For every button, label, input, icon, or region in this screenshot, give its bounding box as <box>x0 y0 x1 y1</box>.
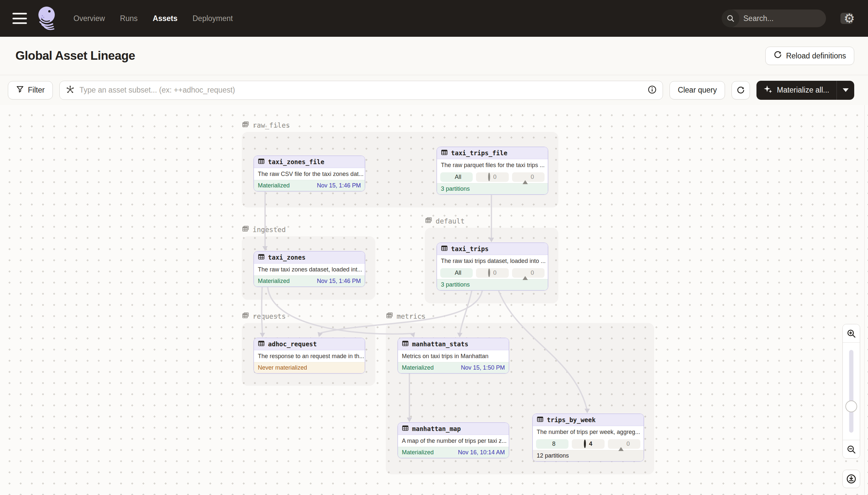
group-label-metrics[interactable]: metrics <box>386 312 426 321</box>
group-label-raw_files[interactable]: raw_files <box>242 121 290 130</box>
zoom-out-button[interactable] <box>843 440 860 458</box>
asset-node-header: taxi_trips_file <box>437 147 548 159</box>
page-header: Global Asset Lineage Reload definitions <box>0 37 868 75</box>
materialize-dropdown-button[interactable] <box>836 81 854 100</box>
badge-triangle: 0 <box>512 172 545 182</box>
asset-node-manhattan_stats[interactable]: manhattan_statsMetrics on taxi trips in … <box>397 338 509 374</box>
table-icon <box>537 416 544 424</box>
asset-node-taxi_zones_file[interactable]: taxi_zones_fileThe raw CSV file for the … <box>253 156 365 191</box>
asset-name: taxi_trips_file <box>451 149 508 157</box>
asset-node-taxi_zones[interactable]: taxi_zonesThe raw taxi zones dataset, lo… <box>253 251 365 287</box>
group-label-ingested[interactable]: ingested <box>242 225 286 234</box>
clear-query-button[interactable]: Clear query <box>670 81 725 100</box>
asset-name: adhoc_request <box>268 340 317 347</box>
asset-query-input-container <box>59 81 663 100</box>
asset-name: taxi_zones <box>268 254 305 261</box>
menu-icon[interactable] <box>13 13 27 24</box>
zoom-controls-panel <box>843 324 860 459</box>
badge-circle: 0 <box>476 172 509 182</box>
circle-icon <box>584 441 586 447</box>
materialization-status: MaterializedNov 15, 1:46 PM <box>254 275 365 287</box>
partition-health-badges: All00 <box>437 267 548 279</box>
group-label-default[interactable]: default <box>425 217 465 226</box>
asset-node-adhoc_request[interactable]: adhoc_requestThe response to an request … <box>253 338 365 374</box>
triangle-icon <box>618 441 624 447</box>
badge-circle: 4 <box>572 439 604 449</box>
triangle-icon <box>522 270 528 276</box>
info-icon[interactable] <box>648 85 657 96</box>
asset-name: trips_by_week <box>547 416 596 424</box>
asset-node-trips_by_week[interactable]: trips_by_weekThe number of trips per wee… <box>532 414 644 462</box>
settings-gear-icon[interactable]: ⚙ <box>844 12 855 24</box>
nav-item-runs[interactable]: Runs <box>120 14 138 23</box>
search-icon <box>722 10 739 27</box>
materialization-timestamp[interactable]: Nov 15, 1:46 PM <box>317 278 361 285</box>
table-icon <box>258 158 265 166</box>
nav-item-overview[interactable]: Overview <box>73 14 105 23</box>
asset-node-header: manhattan_stats <box>398 338 509 350</box>
asset-node-taxi_trips[interactable]: taxi_tripsThe raw taxi trips dataset, lo… <box>437 243 548 290</box>
asset-node-taxi_trips_file[interactable]: taxi_trips_fileThe raw parquet files for… <box>437 147 548 195</box>
lineage-canvas[interactable]: raw_filesingesteddefaultrequestsmetrics … <box>0 105 868 495</box>
asset-description: A map of the number of trips per taxi z.… <box>398 435 509 447</box>
badge-triangle: 0 <box>512 268 545 278</box>
badge-dot: All <box>440 172 473 182</box>
asset-node-header: taxi_trips <box>437 243 548 255</box>
filter-button[interactable]: Filter <box>8 81 53 100</box>
materialization-timestamp[interactable]: Nov 15, 1:46 PM <box>317 182 361 189</box>
nav-item-assets[interactable]: Assets <box>153 14 177 23</box>
refresh-button[interactable] <box>731 81 750 100</box>
nav-item-deployment[interactable]: Deployment <box>193 14 233 23</box>
badge-circle: 0 <box>476 268 509 278</box>
partition-health-badges: All00 <box>437 171 548 183</box>
group-table-icon <box>425 217 432 226</box>
circle-icon <box>488 174 490 181</box>
search-bar[interactable]: / <box>722 10 826 27</box>
materialize-all-button[interactable]: Materialize all... <box>757 81 836 100</box>
lineage-toolbar: Filter Clear <box>0 75 868 105</box>
reload-icon <box>774 51 782 61</box>
chevron-down-icon <box>843 88 849 92</box>
table-icon <box>258 340 265 348</box>
asset-node-header: taxi_zones_file <box>254 156 365 168</box>
asset-description: The raw parquet files for the taxi trips… <box>437 159 548 171</box>
download-image-button[interactable] <box>843 470 860 488</box>
partition-health-badges: 840 <box>533 438 644 450</box>
asset-description: Metrics on taxi trips in Manhattan <box>398 350 509 362</box>
partitions-footer: 3 partitions <box>437 183 548 194</box>
group-table-icon <box>242 121 249 130</box>
asset-node-header: adhoc_request <box>254 338 365 350</box>
asset-description: The raw taxi zones dataset, loaded int..… <box>254 263 365 275</box>
asset-description: The number of trips per week, aggreg... <box>533 426 644 438</box>
materialization-timestamp[interactable]: Nov 16, 10:14 AM <box>458 449 505 456</box>
asset-description: The response to an request made in th... <box>254 350 365 362</box>
group-table-icon <box>242 312 249 321</box>
zoom-slider[interactable] <box>843 343 860 440</box>
asset-node-manhattan_map[interactable]: manhattan_mapA map of the number of trip… <box>397 423 509 458</box>
dagster-logo <box>37 5 58 31</box>
badge-triangle: 0 <box>608 439 640 449</box>
asset-name: taxi_zones_file <box>268 158 324 166</box>
asset-name: manhattan_stats <box>412 340 468 347</box>
materialization-status: MaterializedNov 15, 1:46 PM <box>254 180 365 191</box>
materialization-status: MaterializedNov 16, 10:14 AM <box>398 447 509 458</box>
asset-node-header: manhattan_map <box>398 423 509 435</box>
zoom-in-button[interactable] <box>843 324 860 343</box>
group-table-icon <box>242 225 249 234</box>
sparkle-icon <box>764 85 773 96</box>
search-input[interactable] <box>739 14 840 23</box>
partitions-footer: 3 partitions <box>437 279 548 290</box>
materialization-status: MaterializedNov 15, 1:50 PM <box>398 362 509 373</box>
reload-definitions-button[interactable]: Reload definitions <box>765 47 854 65</box>
materialize-all-split-button: Materialize all... <box>757 81 854 100</box>
asset-name: manhattan_map <box>412 425 461 432</box>
group-table-icon <box>386 312 393 321</box>
asset-description: The raw taxi trips dataset, loaded into … <box>437 255 548 267</box>
canvas-right-divider <box>864 105 865 495</box>
group-label-requests[interactable]: requests <box>242 312 286 321</box>
materialization-timestamp[interactable]: Nov 15, 1:50 PM <box>461 364 505 371</box>
zoom-slider-thumb[interactable] <box>845 400 857 412</box>
triangle-icon <box>522 174 528 181</box>
asset-query-input[interactable] <box>79 86 643 95</box>
asset-name: taxi_trips <box>451 245 489 252</box>
